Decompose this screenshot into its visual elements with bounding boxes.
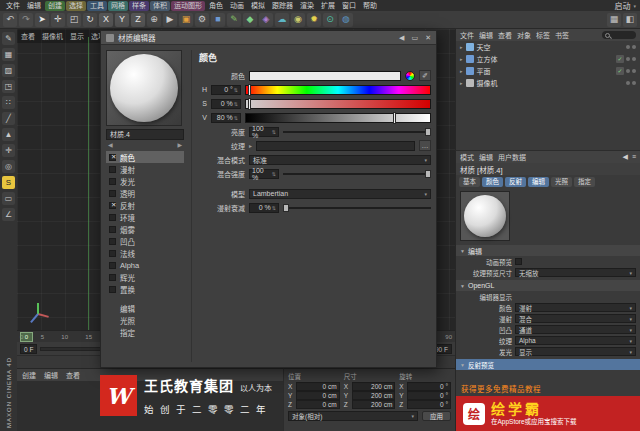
anim-preview-checkbox[interactable] — [515, 258, 522, 265]
object-manager-menu-item[interactable]: 标签 — [536, 30, 550, 40]
attribute-menu-item[interactable]: 编辑 — [479, 152, 493, 162]
channel-row[interactable]: 烟雾 — [106, 223, 184, 235]
menu-item[interactable]: 工具 — [87, 1, 107, 11]
saturation-value-field[interactable]: 0 % ⇅ — [211, 99, 241, 109]
dialog-control-icon[interactable]: ▭ — [412, 34, 419, 42]
object-row[interactable]: ▸ 天空 ✓ — [456, 41, 640, 53]
channel-checkbox[interactable] — [109, 286, 116, 293]
object-manager-menu-item[interactable]: 文件 — [460, 30, 474, 40]
menu-item[interactable]: 角色 — [206, 1, 226, 11]
opengl-row-dropdown[interactable]: 漫射 ▾ — [515, 303, 636, 312]
texture-tag-icon[interactable]: ✓ — [616, 55, 624, 63]
attribute-tab[interactable]: 反射 — [505, 177, 526, 187]
object-manager-menu-item[interactable]: 对象 — [517, 30, 531, 40]
mix-strength-value-field[interactable]: 100 % ⇅ — [249, 169, 279, 179]
spinner-icon[interactable]: ⇅ — [272, 205, 276, 211]
spinner-icon[interactable]: ⇅ — [234, 87, 238, 93]
hue-gradient-slider[interactable] — [245, 85, 431, 95]
attribute-tab[interactable]: 编辑 — [528, 177, 549, 187]
slider-knob[interactable] — [425, 128, 431, 136]
attribute-header-icon[interactable]: ≡ — [632, 153, 636, 161]
attribute-tab[interactable]: 指定 — [574, 177, 595, 187]
playhead[interactable]: 0 — [20, 332, 33, 342]
channel-row[interactable]: 指定 — [106, 326, 184, 338]
menu-item[interactable]: 文件 — [3, 1, 23, 11]
toolbar-icon[interactable]: ▣ — [179, 13, 193, 27]
spinner-icon[interactable]: ⇅ — [234, 101, 238, 107]
menu-item[interactable]: 窗口 — [339, 1, 359, 11]
channel-checkbox[interactable] — [109, 202, 116, 209]
texture-browse-button[interactable]: … — [419, 140, 431, 151]
toolbar-icon[interactable]: ⊙ — [323, 13, 337, 27]
object-manager-menu-item[interactable]: 查看 — [498, 30, 512, 40]
toolbar-icon[interactable]: ⊕ — [147, 13, 161, 27]
toolbar-icon[interactable]: ↷ — [19, 13, 33, 27]
palette-icon[interactable]: ✎ — [2, 32, 15, 45]
coordinate-space-dropdown[interactable]: 对象(相对) ▾ — [288, 411, 418, 421]
menu-item[interactable]: 扩展 — [318, 1, 338, 11]
channel-row[interactable]: 透明 — [106, 187, 184, 199]
saturation-gradient-slider[interactable] — [245, 99, 431, 109]
size-field[interactable]: 200 cm — [352, 391, 396, 400]
object-row[interactable]: ▸ 平面 ✓ — [456, 65, 640, 77]
texture-path-field[interactable] — [256, 141, 415, 151]
viewport-menu-item[interactable]: 显示 — [70, 31, 84, 41]
menu-item[interactable]: 选择 — [66, 1, 86, 11]
expand-arrow-icon[interactable]: ▸ — [460, 44, 463, 50]
value-gradient-slider[interactable] — [245, 113, 431, 123]
model-dropdown[interactable]: Lambertian ▾ — [249, 189, 431, 199]
channel-row[interactable]: 颜色 — [106, 151, 184, 163]
dialog-control-icon[interactable]: ✕ — [425, 34, 431, 42]
opengl-section-header[interactable]: ▼ OpenGL — [456, 280, 640, 291]
toolbar-icon[interactable]: Y — [115, 13, 129, 27]
eyedropper-icon[interactable]: ✐ — [419, 70, 431, 81]
menu-item[interactable]: 样条 — [129, 1, 149, 11]
edit-section-header[interactable]: ▼ 编辑 — [456, 245, 640, 256]
opengl-row-dropdown[interactable]: 显示 ▾ — [515, 347, 636, 356]
palette-icon[interactable]: ∠ — [2, 208, 15, 221]
palette-icon[interactable]: ◎ — [2, 160, 15, 173]
object-name[interactable]: 立方体 — [477, 54, 498, 64]
diffuse-falloff-slider[interactable] — [283, 203, 431, 213]
toolbar-icon[interactable]: ▦ — [607, 13, 621, 27]
mix-strength-slider[interactable] — [283, 169, 431, 179]
object-manager-menu-item[interactable]: 编辑 — [479, 30, 493, 40]
toolbar-icon[interactable]: ✛ — [51, 13, 65, 27]
channel-row[interactable]: 凹凸 — [106, 235, 184, 247]
opengl-row-dropdown[interactable]: 通道 ▾ — [515, 325, 636, 334]
toolbar-icon[interactable]: ◉ — [291, 13, 305, 27]
palette-icon[interactable]: ◳ — [2, 80, 15, 93]
object-search-input[interactable] — [602, 31, 636, 39]
mix-mode-dropdown[interactable]: 标准 ▾ — [249, 155, 431, 165]
brightness-value-field[interactable]: 100 % ⇅ — [249, 127, 279, 137]
render-visibility-dot[interactable] — [632, 57, 636, 61]
channel-checkbox[interactable] — [109, 190, 116, 197]
menu-item[interactable]: 模拟 — [248, 1, 268, 11]
attribute-menu-item[interactable]: 模式 — [460, 152, 474, 162]
toolbar-icon[interactable]: ◈ — [259, 13, 273, 27]
color-wheel-icon[interactable] — [405, 71, 415, 81]
expand-arrow-icon[interactable]: ▸ — [460, 56, 463, 62]
editor-visibility-dot[interactable] — [626, 69, 630, 73]
menu-item[interactable]: 帮助 — [360, 1, 380, 11]
toolbar-icon[interactable]: ▶ — [163, 13, 177, 27]
palette-icon[interactable]: ▲ — [2, 128, 15, 141]
expand-arrow-icon[interactable]: ▸ — [249, 142, 252, 149]
channel-checkbox[interactable] — [109, 226, 116, 233]
channel-checkbox[interactable] — [109, 274, 116, 281]
rotation-field[interactable]: 0 ° — [407, 400, 451, 409]
slider-knob[interactable] — [425, 170, 431, 178]
channel-row[interactable]: 法线 — [106, 247, 184, 259]
toolbar-icon[interactable]: ◆ — [243, 13, 257, 27]
attribute-tab[interactable]: 基本 — [459, 177, 480, 187]
channel-row[interactable]: 置换 — [106, 283, 184, 295]
channel-checkbox[interactable] — [109, 178, 116, 185]
toolbar-icon[interactable]: ↻ — [83, 13, 97, 27]
toolbar-icon[interactable]: ✹ — [307, 13, 321, 27]
menu-item[interactable]: 运动图形 — [171, 1, 205, 11]
dialog-titlebar[interactable]: 材质编辑器 ◀▭✕ — [101, 31, 436, 45]
opengl-row-dropdown[interactable]: 混合 ▾ — [515, 314, 636, 323]
spinner-icon[interactable]: ⇅ — [272, 171, 276, 177]
texture-tag-icon[interactable]: ✓ — [616, 67, 624, 75]
channel-checkbox[interactable] — [109, 214, 116, 221]
